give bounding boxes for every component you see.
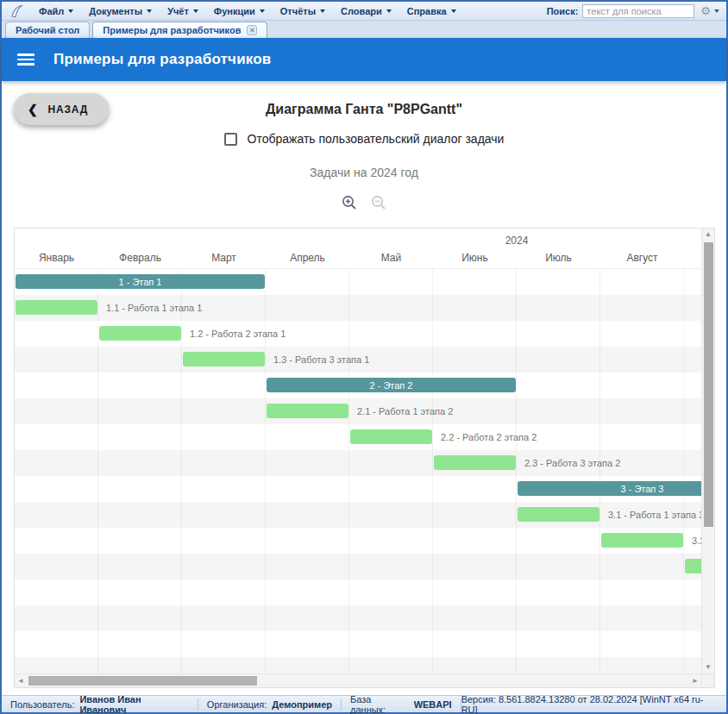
- gantt-vertical-scrollbar[interactable]: ▲ ▼: [701, 229, 714, 673]
- status-org-value: Демопример: [272, 699, 332, 710]
- gantt-row: 2.3 - Работа 3 этапа 2: [15, 450, 701, 476]
- gantt-bar-work[interactable]: [99, 326, 181, 341]
- gantt-row: 3 - Этап 3: [15, 476, 701, 502]
- horizontal-scroll-thumb[interactable]: [28, 676, 257, 686]
- zoom-controls: [2, 194, 726, 211]
- gantt-bar-work[interactable]: [267, 404, 348, 418]
- gantt-bar-work[interactable]: [16, 300, 97, 315]
- gantt-bar-stage[interactable]: 2 - Этап 2: [267, 378, 516, 392]
- tab-bar: Рабочий столПримеры для разработчиков×: [2, 21, 726, 38]
- status-bar: Пользователь: Иванов Иван Иванович Орган…: [2, 695, 726, 712]
- app-header-title: Примеры для разработчиков: [53, 51, 272, 68]
- gear-icon[interactable]: ⚙: [700, 5, 711, 16]
- gantt-bar-stage[interactable]: 3 - Этап 3: [518, 481, 701, 496]
- month-label: Апрель: [266, 252, 349, 264]
- menubar-item-label: Документы: [89, 6, 142, 16]
- page-content: ❮ НАЗАД Диаграмма Ганта "P8PGantt" Отобр…: [2, 81, 726, 695]
- gantt-bar-work[interactable]: [518, 507, 599, 522]
- dropdown-caret-icon: [68, 9, 73, 13]
- gantt-row: [15, 579, 701, 605]
- scroll-right-icon[interactable]: ►: [689, 675, 701, 687]
- menubar-item-label: Отчёты: [280, 6, 316, 16]
- menubar-item[interactable]: Функции: [206, 2, 273, 20]
- tab-label: Примеры для разработчиков: [103, 25, 241, 35]
- menubar-item[interactable]: Словари: [333, 2, 399, 20]
- status-user-value: Иванов Иван Иванович: [79, 694, 188, 714]
- status-db-value: WEBAPI: [414, 699, 452, 710]
- gear-dropdown-caret-icon[interactable]: [714, 9, 719, 13]
- menubar-item-label: Словари: [341, 6, 382, 16]
- menubar-item-label: Учёт: [167, 6, 189, 16]
- vertical-scroll-thumb[interactable]: [704, 242, 713, 527]
- month-label: Июль: [517, 252, 600, 264]
- gantt-horizontal-scrollbar[interactable]: ◄ ►: [15, 673, 701, 687]
- gantt-year-label: 2024: [15, 235, 701, 247]
- gantt-row: 2.1 - Работа 1 этапа 2: [15, 398, 701, 424]
- menubar-item-label: Справка: [407, 6, 447, 16]
- show-dialog-checkbox-label: Отображать пользовательский диалог задач…: [248, 132, 505, 146]
- tab[interactable]: Рабочий стол: [5, 22, 90, 38]
- status-org-label: Организация:: [207, 699, 267, 710]
- hamburger-menu-icon[interactable]: [17, 53, 35, 66]
- gantt-bar-label: 1.2 - Работа 2 этапа 1: [190, 321, 286, 347]
- gantt-bar-work[interactable]: [601, 533, 683, 548]
- month-label: Январь: [15, 252, 98, 264]
- menubar-item[interactable]: Файл: [31, 2, 81, 20]
- gantt-row: 3.2 - Работа 2 этапа 3: [15, 528, 701, 554]
- menubar-item[interactable]: Отчёты: [273, 2, 333, 20]
- dropdown-caret-icon: [451, 9, 456, 13]
- gantt-bar-work[interactable]: [183, 352, 265, 366]
- scroll-up-icon[interactable]: ▲: [702, 229, 714, 241]
- gantt-bar-stage[interactable]: 1 - Этап 1: [16, 274, 265, 289]
- menubar-item-label: Функции: [214, 6, 255, 16]
- show-dialog-checkbox[interactable]: [224, 133, 237, 146]
- tab-close-icon[interactable]: ×: [247, 25, 257, 35]
- app-logo-icon: [10, 4, 24, 18]
- gantt-row: 1.2 - Работа 2 этапа 1: [15, 321, 701, 347]
- menubar-item[interactable]: Учёт: [160, 2, 206, 20]
- gantt-row: [15, 631, 701, 657]
- gantt-subtitle: Задачи на 2024 год: [2, 166, 726, 179]
- gantt-bar-label: 3.2 - Работа 2 этапа 3: [692, 528, 701, 554]
- zoom-in-icon[interactable]: [341, 194, 358, 211]
- dropdown-caret-icon: [320, 9, 325, 13]
- back-chevron-icon: ❮: [28, 103, 39, 116]
- gantt-row: 1 - Этап 1: [15, 269, 701, 295]
- gantt-bar-label: 2.3 - Работа 3 этапа 2: [524, 450, 620, 476]
- menubar-item-label: Файл: [39, 6, 64, 16]
- menubar-item[interactable]: Справка: [399, 2, 464, 20]
- gantt-row: [15, 605, 701, 631]
- gantt-chart: 2024 ЯнварьФевральМартАпрельМайИюньИюльА…: [14, 228, 715, 688]
- back-button-label: НАЗАД: [48, 103, 89, 116]
- app-header: Примеры для разработчиков: [2, 38, 726, 81]
- gantt-bar-label: 2.1 - Работа 1 этапа 2: [357, 398, 453, 424]
- status-version: Версия: 8.561.8824.13280 от 28.02.2024 […: [461, 694, 719, 714]
- scroll-left-icon[interactable]: ◄: [15, 675, 27, 687]
- zoom-out-icon[interactable]: [370, 194, 387, 211]
- search-label: Поиск:: [547, 6, 579, 16]
- dropdown-caret-icon: [147, 9, 152, 13]
- search-input[interactable]: [582, 4, 694, 18]
- menubar-item[interactable]: Документы: [81, 2, 160, 20]
- gantt-bar-label: 2.2 - Работа 2 этапа 2: [441, 424, 537, 450]
- scrollbar-corner: [701, 673, 714, 687]
- scroll-down-icon[interactable]: ▼: [702, 661, 714, 673]
- dropdown-caret-icon: [260, 9, 265, 13]
- month-label: Сентябрь: [684, 252, 701, 264]
- dropdown-caret-icon: [386, 9, 392, 13]
- tab-active[interactable]: Примеры для разработчиков×: [92, 22, 267, 38]
- gantt-row: 1.1 - Работа 1 этапа 1: [15, 295, 701, 321]
- gantt-bar-label: 3.1 - Работа 1 этапа 3: [608, 502, 701, 528]
- gantt-row: 3.1 - Работа 1 этапа 3: [15, 502, 701, 528]
- month-label: Март: [182, 252, 266, 264]
- gantt-bar-work[interactable]: [685, 559, 701, 573]
- gantt-row: 3.3 - Работа 3 этапа 3: [15, 554, 701, 579]
- gantt-bar-work[interactable]: [434, 455, 516, 470]
- gantt-bar-work[interactable]: [350, 429, 432, 444]
- back-button[interactable]: ❮ НАЗАД: [14, 93, 109, 125]
- gantt-bar-label: 1.1 - Работа 1 этапа 1: [106, 295, 202, 321]
- status-db-label: База данных:: [350, 694, 409, 714]
- gantt-rows-area: 1 - Этап 11.1 - Работа 1 этапа 11.2 - Ра…: [15, 268, 701, 673]
- menubar: ФайлДокументыУчётФункцииОтчётыСловариСпр…: [2, 2, 726, 21]
- month-label: Июнь: [433, 252, 517, 264]
